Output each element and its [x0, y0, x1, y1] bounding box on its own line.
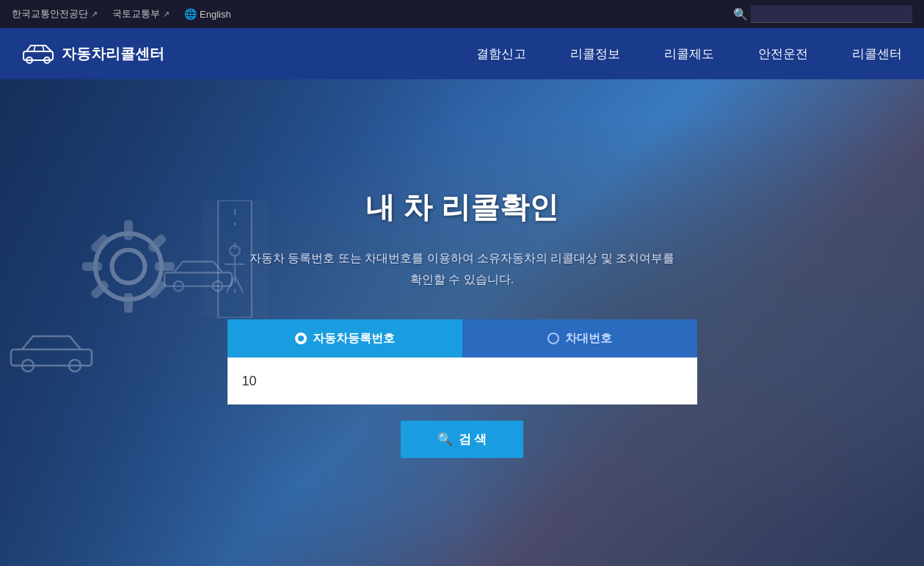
search-input-row — [228, 358, 697, 404]
external-link-icon1: ↗ — [91, 10, 98, 19]
link2-label: 국토교통부 — [112, 7, 160, 21]
radio-filled-icon — [295, 333, 307, 344]
main-nav: 자동차리콜센터 결함신고 리콜정보 리콜제도 안전운전 리콜센터 — [0, 28, 924, 79]
svg-rect-7 — [124, 220, 133, 240]
external-link-icon2: ↗ — [163, 10, 170, 19]
english-selector[interactable]: 🌐 English — [184, 8, 231, 20]
hero-desc-line2: 확인할 수 있습니다. — [410, 273, 514, 286]
logo-text: 자동차리콜센터 — [62, 44, 164, 64]
top-bar: 한국교통안전공단 ↗ 국토교통부 ↗ 🌐 English 🔍 — [0, 0, 924, 28]
svg-rect-0 — [23, 51, 53, 60]
car-decoration-1 — [7, 329, 95, 373]
nav-item-safe-driving[interactable]: 안전운전 — [758, 46, 808, 62]
nav-item-defect[interactable]: 결함신고 — [476, 46, 526, 62]
nav-item-recall-center[interactable]: 리콜센터 — [852, 46, 902, 62]
molit-link[interactable]: 국토교통부 ↗ — [112, 7, 170, 21]
tab-vin[interactable]: 차대번호 — [462, 319, 697, 358]
top-search-input[interactable] — [751, 5, 912, 23]
hero-content: 내 차 리콜확인 자동차 등록번호 또는 차대번호를 이용하여 소유자동차의 리… — [205, 187, 719, 459]
svg-line-4 — [43, 46, 44, 51]
hero-title: 내 차 리콜확인 — [205, 187, 719, 228]
top-search-area: 🔍 — [733, 5, 912, 23]
radio-empty-icon — [548, 333, 559, 344]
top-bar-links: 한국교통안전공단 ↗ 국토교통부 ↗ 🌐 English — [12, 7, 231, 21]
svg-rect-8 — [124, 293, 133, 313]
tab-registration-number[interactable]: 자동차등록번호 — [228, 319, 462, 358]
svg-point-6 — [112, 250, 145, 283]
nav-links: 결함신고 리콜정보 리콜제도 안전운전 리콜센터 — [476, 46, 902, 62]
hero-desc-line1: 자동차 등록번호 또는 차대번호를 이용하여 소유자동차의 리콜대상 및 조치여… — [250, 252, 675, 264]
english-label: English — [200, 9, 231, 20]
svg-line-3 — [34, 46, 35, 51]
hero-section: 내 차 리콜확인 자동차 등록번호 또는 차대번호를 이용하여 소유자동차의 리… — [0, 79, 924, 566]
top-search-icon: 🔍 — [733, 7, 748, 21]
logo-icon-svg — [22, 43, 54, 65]
search-btn-label: 검 색 — [459, 431, 487, 448]
tab2-label: 차대번호 — [565, 331, 612, 347]
link1-label: 한국교통안전공단 — [12, 7, 88, 21]
search-input[interactable] — [228, 358, 697, 404]
globe-icon: 🌐 — [184, 8, 197, 20]
search-button[interactable]: 🔍 검 색 — [401, 421, 524, 458]
nav-item-recall-system[interactable]: 리콜제도 — [664, 46, 714, 62]
site-logo[interactable]: 자동차리콜센터 — [22, 43, 164, 65]
svg-rect-9 — [82, 262, 102, 271]
hero-desc: 자동차 등록번호 또는 차대번호를 이용하여 소유자동차의 리콜대상 및 조치여… — [205, 248, 719, 291]
korea-traffic-safety-link[interactable]: 한국교통안전공단 ↗ — [12, 7, 98, 21]
search-btn-icon: 🔍 — [437, 432, 453, 447]
search-form: 자동차등록번호 차대번호 — [228, 319, 697, 404]
nav-item-recall-info[interactable]: 리콜정보 — [570, 46, 620, 62]
tab1-label: 자동차등록번호 — [313, 331, 395, 347]
search-tab-row: 자동차등록번호 차대번호 — [228, 319, 697, 358]
